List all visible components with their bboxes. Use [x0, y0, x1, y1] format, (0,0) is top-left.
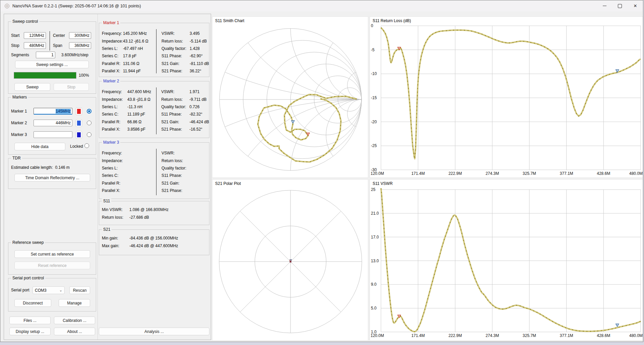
detail-label: Quality factor:: [162, 166, 190, 170]
marker3-radio[interactable]: [87, 132, 91, 137]
start-input[interactable]: 120MHz: [24, 32, 46, 39]
s11-vswr-chart[interactable]: S11 VSWR 2521.017.013.09.05.01.0120.0M17…: [370, 179, 643, 341]
sweep-button[interactable]: Sweep: [14, 83, 50, 91]
detail-label: Frequency:: [102, 31, 123, 36]
chart-marker-2: [616, 324, 619, 327]
stop-button[interactable]: Stop: [54, 83, 89, 91]
segments-input[interactable]: 1: [36, 52, 55, 58]
svg-text:-25: -25: [371, 143, 377, 148]
summary-label: Min gain:: [102, 236, 129, 240]
detail-row: Frequency:145.200 MHz: [102, 30, 156, 37]
detail-label: S21 Gain:: [162, 61, 190, 66]
tdr-button[interactable]: Time Domain Reflectometry ...: [14, 174, 90, 182]
detail-row: Series C:11.189 pF: [102, 111, 156, 118]
detail-label: VSWR:: [161, 89, 189, 94]
summary-row: Min VSWR:1.086 @ 166.800MHz: [102, 206, 209, 213]
manage-button[interactable]: Manage: [59, 299, 90, 307]
smith-svg: [212, 17, 369, 178]
marker1-radio[interactable]: [87, 109, 91, 114]
rescan-button[interactable]: Rescan: [69, 286, 90, 294]
sweep-settings-button[interactable]: Sweep settings ...: [15, 61, 89, 68]
marker-color-swatch[interactable]: [76, 119, 82, 127]
svg-text:325.7M: 325.7M: [523, 333, 536, 338]
detail-label: Series C:: [102, 173, 127, 178]
summary-row: Return loss:-27.686 dB: [102, 213, 209, 221]
svg-text:-10: -10: [371, 71, 377, 76]
hide-data-button[interactable]: Hide data: [14, 143, 65, 150]
detail-value: -16.52°: [189, 127, 202, 132]
detail-value: 0.726: [189, 105, 199, 109]
marker-color-chip: [77, 121, 81, 126]
markers-group: Markers Marker 1145MHzMarker 2446MHzMark…: [8, 97, 96, 155]
disconnect-button[interactable]: Disconnect: [14, 299, 51, 307]
marker2-radio[interactable]: [87, 121, 91, 125]
summary-row: Max gain:-46.424 dB @ 447.600MHz: [102, 242, 209, 249]
s11-return-loss-chart[interactable]: S11 Return Loss (dB) 0-5-10-15-20-25-301…: [370, 16, 643, 178]
detail-label: Frequency:: [102, 89, 127, 94]
close-icon: ✕: [634, 4, 637, 8]
detail-value: -62.90°: [190, 54, 203, 58]
stop-input[interactable]: 480MHz: [24, 42, 46, 49]
summary-value: -84.436 dB @ 156.000MHz: [129, 236, 178, 240]
locked-label: Locked: [70, 144, 83, 149]
detail-label: S11 Phase:: [162, 173, 190, 178]
marker3-freq-input[interactable]: [34, 131, 72, 138]
svg-text:120.0M: 120.0M: [371, 333, 384, 338]
svg-text:428.6M: 428.6M: [597, 171, 610, 176]
detail-row: Frequency:: [102, 149, 156, 157]
detail-row: Frequency:447.600 MHz: [102, 88, 156, 95]
svg-text:9.0: 9.0: [371, 282, 377, 287]
detail-row: Parallel X:11.944 pF: [102, 67, 156, 75]
s21-summary-group: S21 Min gain:-84.436 dB @ 156.000MHzMax …: [99, 229, 209, 255]
svg-text:274.3M: 274.3M: [486, 171, 499, 176]
svg-text:-15: -15: [371, 95, 377, 100]
detail-row: VSWR:: [162, 149, 190, 157]
s11-smith-chart[interactable]: S11 Smith Chart: [212, 16, 368, 178]
svg-text:21.0: 21.0: [371, 211, 379, 216]
sweep-progressbar: [14, 72, 76, 79]
marker1-freq-input[interactable]: 145MHz: [34, 108, 72, 115]
detail-right-column: VSWR:Return loss:Quality factor:S11 Phas…: [156, 147, 190, 197]
detail-left-column: Frequency:145.200 MHzImpedance:43.12 -j6…: [99, 27, 156, 75]
marker-color-swatch[interactable]: [76, 131, 82, 139]
detail-row: Series L:-11.3 nH: [102, 103, 156, 111]
close-button[interactable]: ✕: [628, 0, 643, 11]
detail-row: Series L:: [102, 164, 156, 172]
polar-svg: [212, 180, 369, 341]
minimize-button[interactable]: [597, 0, 612, 11]
files-button[interactable]: Files ...: [9, 317, 51, 324]
set-reference-button[interactable]: Set current as reference: [14, 250, 90, 258]
summary-value: -27.686 dB: [129, 215, 149, 220]
detail-value: 447.600 MHz: [127, 89, 151, 94]
maximize-button[interactable]: [612, 0, 628, 11]
s21-polar-plot[interactable]: S21 Polar Plot: [212, 179, 368, 341]
detail-row: Return loss:: [162, 157, 190, 164]
center-label: Center: [53, 33, 65, 38]
titlebar: NanoVNA Saver 0.2.2-1 (Sweep: 2025-06-07…: [0, 0, 643, 11]
center-input[interactable]: 300MHz: [69, 32, 91, 39]
svg-text:5.0: 5.0: [371, 306, 377, 310]
group-title: Marker 1: [102, 20, 120, 25]
detail-row: Return loss:-9.711 dB: [161, 95, 209, 103]
about-button[interactable]: About ...: [54, 328, 95, 335]
calibration-button[interactable]: Calibration ...: [54, 317, 95, 324]
control-panel: Sweep control Start 120MHz Center 300MHz…: [4, 14, 211, 340]
detail-value: 3.8586 pF: [127, 127, 145, 132]
detail-row: Impedance:: [102, 157, 156, 164]
serial-port-group: Serial port control Serial port COM3⌄ Re…: [8, 278, 96, 312]
s11-summary-group: S11 Min VSWR:1.086 @ 166.800MHzReturn lo…: [99, 201, 209, 225]
analysis-button[interactable]: Analysis ...: [99, 328, 209, 335]
detail-value: 11.189 pF: [127, 112, 145, 117]
marker-color-swatch[interactable]: [76, 108, 82, 115]
display-setup-button[interactable]: Display setup ...: [9, 328, 51, 335]
serial-port-select[interactable]: COM3⌄: [33, 286, 65, 294]
reset-reference-button[interactable]: Reset reference: [14, 262, 90, 269]
start-label: Start: [11, 33, 19, 38]
cable-length-value: 0.146 m: [55, 165, 69, 170]
marker2-freq-input[interactable]: 446MHz: [34, 120, 72, 126]
detail-row: Parallel X:3.8586 pF: [102, 126, 156, 133]
detail-label: S21 Gain:: [162, 181, 190, 186]
span-input[interactable]: 360MHz: [69, 42, 91, 49]
locked-checkbox[interactable]: [84, 143, 89, 148]
group-title: Serial port control: [11, 276, 45, 280]
